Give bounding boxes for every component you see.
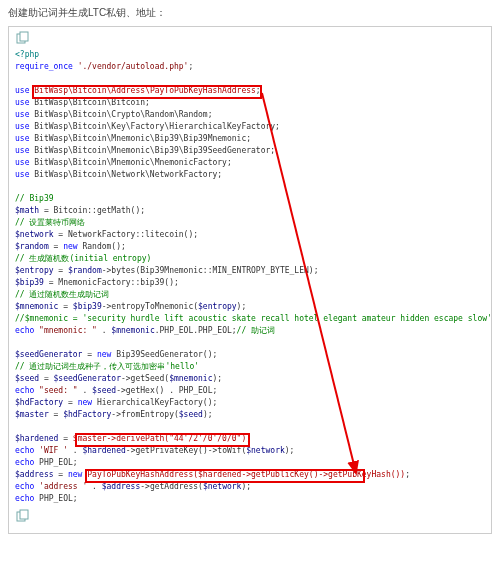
- php-code: <?php require_once './vendor/autoload.ph…: [15, 49, 485, 505]
- svg-rect-4: [20, 510, 28, 519]
- code-block: <?php require_once './vendor/autoload.ph…: [8, 26, 492, 534]
- article-title: 创建助记词并生成LTC私钥、地址：: [8, 6, 492, 20]
- copy-icon-bottom[interactable]: [15, 509, 31, 523]
- copy-icon[interactable]: [15, 31, 31, 45]
- svg-rect-1: [20, 32, 28, 41]
